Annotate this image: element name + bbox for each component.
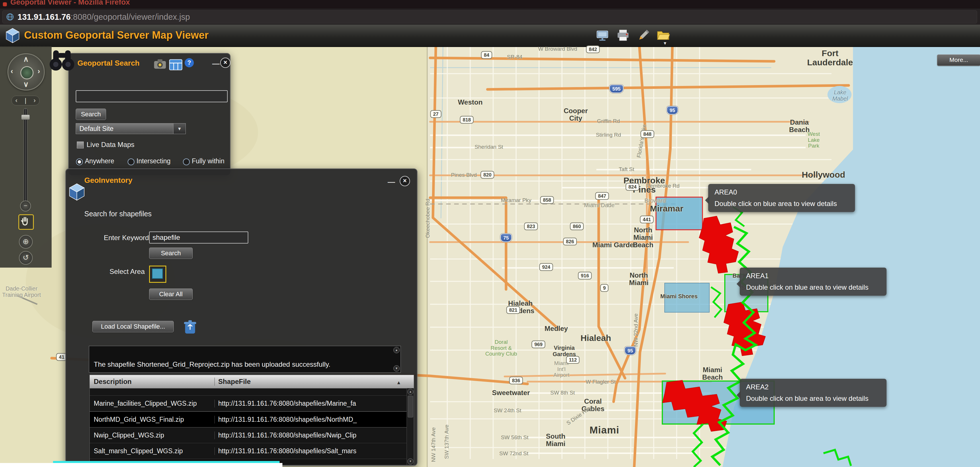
pan-south-icon[interactable]: ∨ xyxy=(23,81,29,88)
cell-description: Salt_marsh_Clipped_WGS.zip xyxy=(90,447,215,455)
scroll-down-icon[interactable]: ▼ xyxy=(393,365,400,372)
table-icon[interactable] xyxy=(169,58,182,71)
zoom-slider[interactable] xyxy=(22,108,29,203)
app-title: Custom Geoportal Server Map Viewer xyxy=(24,29,209,41)
route-shield: 27 xyxy=(430,110,442,118)
more-button[interactable]: More... xyxy=(937,54,980,66)
browser-address-bar: 131.91.161.76:8080/geoportal/viewer/inde… xyxy=(0,9,980,25)
map-label-street: W Flagler St xyxy=(586,379,616,385)
printer-icon[interactable] xyxy=(616,29,630,42)
map-label-street: SW 56th St xyxy=(501,434,528,441)
map-label-park: West Lake Park xyxy=(808,131,820,149)
panel-subtitle: Search for shapefiles xyxy=(84,210,152,218)
route-shield: 821 xyxy=(506,306,520,314)
folder-icon[interactable] xyxy=(657,29,670,42)
zoom-out-button[interactable]: − xyxy=(20,200,31,211)
cell-description: NorthMD_Grid_WGS_Final.zip xyxy=(90,416,215,423)
route-shield: 84 xyxy=(481,51,492,59)
clear-all-button[interactable]: Clear All xyxy=(149,289,192,300)
help-icon[interactable]: ? xyxy=(185,58,194,67)
live-data-label: Live Data Maps xyxy=(87,141,134,149)
pencil-icon[interactable] xyxy=(637,29,650,42)
search-button[interactable]: Search xyxy=(76,109,106,120)
address-url[interactable]: 131.91.161.76:8080/geoportal/viewer/inde… xyxy=(18,12,190,22)
table-row-selected[interactable]: NorthMD_Grid_WGS_Final.zip http://131.91… xyxy=(90,411,414,427)
cell-shapefile: http://131.91.161.76:8080/shapefiles/Nwi… xyxy=(215,432,414,439)
screen-icon[interactable] xyxy=(596,29,609,42)
shapefile-table: Description ShapeFile ▲ http://131.91.16… xyxy=(89,375,414,465)
table-row[interactable]: Marine_facilities_Clipped_WGS.zip http:/… xyxy=(90,396,414,411)
load-local-shapefile-button[interactable]: Load Local Shapefile... xyxy=(92,321,174,332)
zoom-slider-thumb[interactable] xyxy=(21,114,30,120)
radio-anywhere[interactable] xyxy=(76,159,83,165)
map-label-street: SR-84 xyxy=(507,54,522,60)
map-label-poi: Doral Resort & Country Club xyxy=(485,339,517,357)
area-callout: AREA1 Double click on blue area to view … xyxy=(740,268,886,295)
minimize-button[interactable]: — xyxy=(212,60,220,67)
site-dropdown[interactable]: Default Site ▼ xyxy=(76,123,186,134)
scroll-up-icon[interactable]: ▲ xyxy=(393,347,400,353)
route-shield: 836 xyxy=(509,377,523,384)
radio-fully-within[interactable] xyxy=(183,159,190,165)
pan-east-icon[interactable]: › xyxy=(38,67,40,75)
keyword-label: Enter Keyword xyxy=(104,234,149,242)
map-label-street: Griffin Rd xyxy=(597,118,620,124)
camera-icon[interactable] xyxy=(153,57,167,71)
pan-left-icon[interactable]: ‹ xyxy=(16,97,18,104)
radio-anywhere-label: Anywhere xyxy=(85,157,114,165)
table-row[interactable]: Salt_marsh_Clipped_WGS.zip http://131.91… xyxy=(90,443,414,459)
pan-hand-button[interactable] xyxy=(18,214,34,230)
column-header-description[interactable]: Description xyxy=(90,378,215,386)
route-shield: 9 xyxy=(600,284,608,292)
radio-intersecting[interactable] xyxy=(127,159,134,165)
select-area-button[interactable] xyxy=(149,265,166,283)
scroll-up-icon[interactable]: ▲ xyxy=(407,389,414,395)
full-extent-button[interactable]: ⊕ xyxy=(19,235,33,249)
search-input[interactable] xyxy=(76,90,228,102)
table-scrollbar[interactable]: ▲ ▼ xyxy=(407,388,414,465)
column-header-shapefile-label: ShapeFile xyxy=(218,378,251,385)
status-message: The shapefile Shortened_Grid_Reproject.z… xyxy=(94,361,330,369)
scroll-down-icon[interactable]: ▼ xyxy=(407,458,414,464)
minimize-button[interactable]: — xyxy=(388,178,395,186)
column-header-shapefile[interactable]: ShapeFile ▲ xyxy=(215,378,414,386)
window-titlebar: Geoportal Viewer - Mozilla Firefox xyxy=(0,0,980,9)
route-shield: 847 xyxy=(595,192,609,200)
sort-asc-icon: ▲ xyxy=(396,380,401,386)
globe-icon xyxy=(6,13,14,21)
close-button[interactable]: × xyxy=(220,57,231,68)
keyword-input[interactable] xyxy=(149,232,248,243)
radio-intersecting-label: Intersecting xyxy=(137,157,170,165)
pan-west-icon[interactable]: ‹ xyxy=(11,67,13,75)
table-header-row: Description ShapeFile ▲ xyxy=(90,375,414,389)
area-callout: AREA2 Double click on blue area to view … xyxy=(740,379,886,407)
map-label-street: SW 24th St xyxy=(494,407,521,414)
map-label-street: NW 22nd Ave xyxy=(633,313,639,347)
area-callout: AREA0 Double click on blue area to view … xyxy=(708,184,855,212)
url-field[interactable]: 131.91.161.76:8080/geoportal/viewer/inde… xyxy=(2,10,977,24)
map-label-city: North Miami xyxy=(629,272,649,286)
compass-center-globe-icon[interactable] xyxy=(21,66,33,79)
compass-control[interactable]: ∧ ∨ ‹ › xyxy=(8,53,45,91)
map-label-city: Fort Lauderdale xyxy=(807,49,853,67)
route-shield: 112 xyxy=(566,356,579,364)
recycle-bin-icon[interactable] xyxy=(182,319,199,335)
chevron-down-icon[interactable]: ▼ xyxy=(173,123,186,134)
toolbar-dropdown-caret[interactable]: ▼ xyxy=(663,41,667,46)
close-button[interactable]: × xyxy=(400,176,410,186)
table-row-partial[interactable]: http://131.91.161.76:8080/shapefiles/ xyxy=(90,389,414,396)
binoculars-icon[interactable] xyxy=(49,48,75,71)
search-button[interactable]: Search xyxy=(149,248,192,259)
live-data-checkbox[interactable] xyxy=(77,141,84,148)
pan-right-icon[interactable]: › xyxy=(33,97,35,104)
panel-title: GeoInventory xyxy=(84,176,132,185)
zoom-slider-track[interactable] xyxy=(24,108,27,203)
area-swatch xyxy=(152,268,163,279)
pan-north-icon[interactable]: ∧ xyxy=(23,55,29,63)
pan-step-control[interactable]: ‹ | › xyxy=(11,96,40,105)
table-row[interactable]: Nwip_Clipped_WGS.zip http://131.91.161.7… xyxy=(90,427,414,443)
previous-extent-button[interactable]: ↺ xyxy=(19,251,33,265)
map-label-city: Cooper City xyxy=(564,107,588,122)
firefox-menu-icon[interactable] xyxy=(3,2,7,6)
scrollbar-thumb[interactable] xyxy=(408,396,413,418)
